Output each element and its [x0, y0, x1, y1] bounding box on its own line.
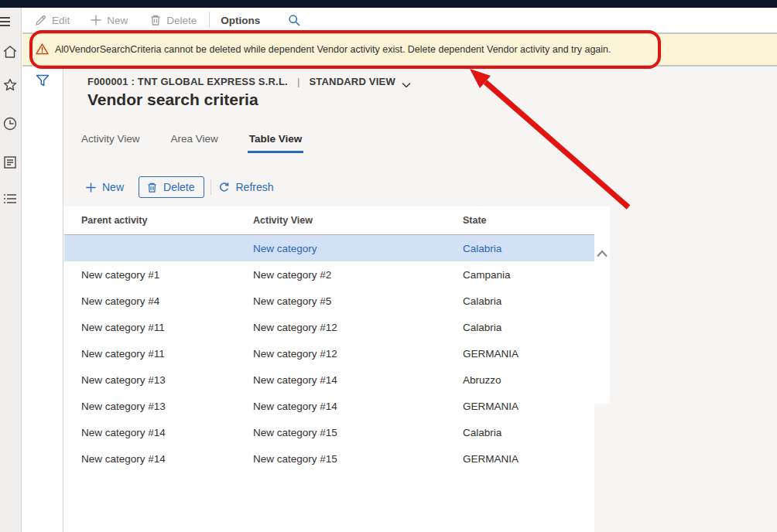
- scroll-up-chevron-icon[interactable]: [597, 247, 608, 254]
- plus-icon: [85, 182, 97, 193]
- options-button[interactable]: Options: [221, 15, 260, 26]
- table-cell: New category #14: [64, 427, 253, 438]
- nav-sidebar: [0, 8, 22, 532]
- error-message-text: Al0VendorSearchCriteria cannot be delete…: [55, 44, 611, 55]
- hamburger-menu-icon[interactable]: [0, 14, 12, 29]
- plus-icon: [90, 14, 102, 26]
- column-header-activity-view[interactable]: Activity View: [253, 215, 463, 226]
- table-cell: New category #14: [253, 401, 463, 412]
- page-title: Vendor search criteria: [87, 90, 258, 109]
- search-icon: [288, 14, 300, 26]
- table-cell: New category #13: [64, 374, 253, 386]
- grid-delete-button-label: Delete: [163, 181, 194, 193]
- recent-clock-icon[interactable]: [2, 116, 18, 131]
- table-cell: GERMANIA: [463, 348, 594, 360]
- record-id: F000001 : TNT GLOBAL EXPRESS S.R.L.: [87, 76, 288, 87]
- table-cell[interactable]: Calabria: [463, 243, 594, 254]
- table-row[interactable]: New category #11New category #12Calabria: [64, 314, 594, 340]
- column-header-parent-activity[interactable]: Parent activity: [64, 215, 253, 226]
- chevron-down-icon: [402, 79, 411, 85]
- table-cell: New category #5: [253, 295, 463, 307]
- form-content: F000001 : TNT GLOBAL EXPRESS S.R.L. | ST…: [64, 66, 777, 532]
- tab-table-view[interactable]: Table View: [248, 133, 304, 153]
- grid-body: New categoryCalabriaNew category #1New c…: [64, 235, 594, 472]
- table-cell: New category #11: [64, 322, 253, 333]
- table-cell: New category #14: [64, 453, 253, 465]
- table-row[interactable]: New category #13New category #14GERMANIA: [64, 393, 594, 419]
- options-button-label: Options: [221, 15, 260, 26]
- table-cell: Calabria: [463, 322, 594, 333]
- table-cell[interactable]: New category: [253, 243, 463, 254]
- error-message-bar: Al0VendorSearchCriteria cannot be delete…: [22, 32, 777, 66]
- table-cell: New category #1: [64, 269, 253, 281]
- grid-refresh-button[interactable]: Refresh: [218, 181, 273, 193]
- table-row[interactable]: New category #4New category #5Calabria: [64, 288, 594, 314]
- toolbar-divider: [209, 12, 210, 29]
- trash-icon: [149, 14, 162, 26]
- grid-header-row: Parent activity Activity View State: [64, 206, 594, 235]
- view-selector-label: STANDARD VIEW: [309, 76, 395, 87]
- grid-scrollbar[interactable]: [594, 206, 610, 404]
- grid-toolbar-divider: [211, 179, 211, 195]
- table-row[interactable]: New category #13New category #14Abruzzo: [64, 367, 594, 393]
- table-cell: New category #2: [253, 269, 463, 281]
- table-row[interactable]: New category #11New category #12GERMANIA: [64, 340, 594, 367]
- command-bar: Edit New Delete Options: [22, 8, 777, 32]
- edit-button[interactable]: Edit: [35, 14, 70, 26]
- table-row[interactable]: New category #14New category #15GERMANIA: [64, 445, 594, 472]
- grid-new-button-label: New: [102, 181, 124, 193]
- filter-pane: [22, 66, 63, 532]
- grid-delete-button[interactable]: Delete: [139, 176, 204, 198]
- table-cell: New category #4: [64, 295, 253, 307]
- table-cell: New category #15: [253, 427, 463, 438]
- home-icon[interactable]: [2, 44, 18, 60]
- workspaces-page-icon[interactable]: [2, 155, 18, 170]
- record-header: F000001 : TNT GLOBAL EXPRESS S.R.L. | ST…: [87, 76, 411, 87]
- search-button[interactable]: [288, 14, 300, 26]
- table-cell: GERMANIA: [463, 453, 594, 465]
- table-cell: Calabria: [463, 295, 594, 307]
- table-cell: GERMANIA: [463, 401, 594, 412]
- record-header-divider: |: [297, 76, 300, 87]
- column-header-state[interactable]: State: [463, 215, 594, 226]
- delete-button-label: Delete: [166, 15, 197, 26]
- table-cell: New category #12: [253, 348, 463, 360]
- new-button[interactable]: New: [90, 14, 128, 26]
- view-selector[interactable]: STANDARD VIEW: [309, 76, 410, 87]
- grid-toolbar: New Delete Refresh: [85, 175, 274, 200]
- delete-button[interactable]: Delete: [149, 14, 197, 26]
- tab-area-view[interactable]: Area View: [169, 133, 220, 153]
- data-grid: Parent activity Activity View State New …: [64, 206, 594, 532]
- refresh-icon: [218, 182, 230, 193]
- grid-refresh-button-label: Refresh: [235, 181, 273, 193]
- edit-pencil-icon: [35, 14, 47, 26]
- table-cell: New category #15: [253, 453, 463, 465]
- table-cell: New category #13: [64, 401, 253, 412]
- table-cell: New category #14: [253, 374, 463, 386]
- edit-button-label: Edit: [52, 15, 70, 26]
- table-cell: Campania: [463, 269, 594, 281]
- modules-list-icon[interactable]: [2, 191, 18, 206]
- tab-strip: Activity View Area View Table View: [80, 133, 303, 153]
- trash-icon: [146, 182, 158, 193]
- tab-activity-view[interactable]: Activity View: [80, 133, 142, 153]
- table-cell: Abruzzo: [463, 374, 594, 386]
- table-cell: Calabria: [463, 427, 594, 438]
- filter-funnel-icon[interactable]: [36, 74, 50, 88]
- grid-new-button[interactable]: New: [85, 181, 124, 193]
- top-navigation-bar: [0, 0, 777, 8]
- table-row[interactable]: New category #14New category #15Calabria: [64, 419, 594, 445]
- table-cell: New category #11: [64, 348, 253, 360]
- warning-triangle-icon: [36, 43, 49, 56]
- new-button-label: New: [107, 15, 128, 26]
- table-row[interactable]: New category #1New category #2Campania: [64, 261, 594, 288]
- table-cell: New category #12: [253, 322, 463, 333]
- table-row[interactable]: New categoryCalabria: [64, 235, 594, 261]
- favorites-star-icon[interactable]: [2, 77, 18, 93]
